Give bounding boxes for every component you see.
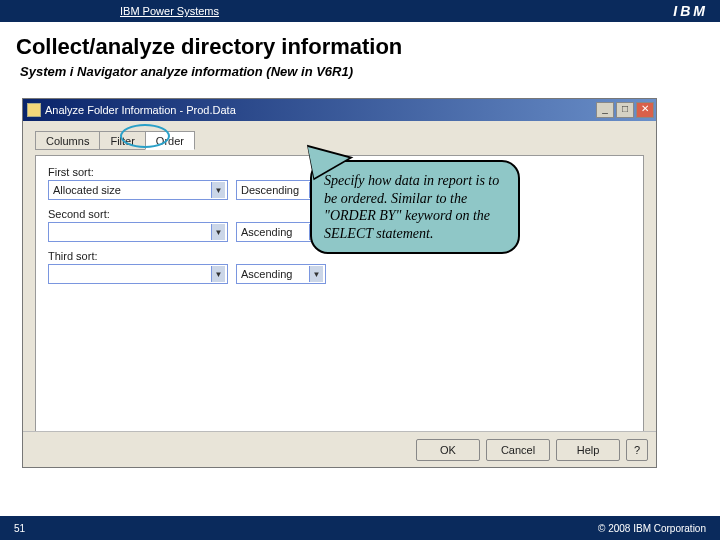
ibm-logo: IBM xyxy=(673,3,708,19)
first-sort-column-combo[interactable]: Allocated size ▼ xyxy=(48,180,228,200)
slide-title: Collect/analyze directory information xyxy=(16,34,720,60)
third-sort-direction-combo[interactable]: Ascending ▼ xyxy=(236,264,326,284)
third-sort-column-combo[interactable]: ▼ xyxy=(48,264,228,284)
copyright: © 2008 IBM Corporation xyxy=(598,523,706,534)
slide-footer: 51 © 2008 IBM Corporation xyxy=(0,516,720,540)
slide-header: IBM Power Systems IBM xyxy=(0,0,720,22)
titlebar[interactable]: Analyze Folder Information - Prod.Data _… xyxy=(23,99,656,121)
slide-subtitle: System i Navigator analyze information (… xyxy=(20,64,720,79)
maximize-button[interactable]: □ xyxy=(616,102,634,118)
first-sort-direction-value: Descending xyxy=(241,184,299,196)
first-sort-column-value: Allocated size xyxy=(53,184,121,196)
chevron-down-icon: ▼ xyxy=(211,182,225,198)
tab-filter[interactable]: Filter xyxy=(99,131,145,150)
second-sort-direction-value: Ascending xyxy=(241,226,292,238)
help-button[interactable]: Help xyxy=(556,439,620,461)
close-button[interactable]: ✕ xyxy=(636,102,654,118)
third-sort-row: Third sort: ▼ Ascending ▼ xyxy=(48,250,631,284)
chevron-down-icon: ▼ xyxy=(211,266,225,282)
folder-icon xyxy=(27,103,41,117)
third-sort-direction-value: Ascending xyxy=(241,268,292,280)
dialog-footer: OK Cancel Help ? xyxy=(23,431,656,467)
ok-button[interactable]: OK xyxy=(416,439,480,461)
context-help-button[interactable]: ? xyxy=(626,439,648,461)
chevron-down-icon: ▼ xyxy=(211,224,225,240)
tab-columns[interactable]: Columns xyxy=(35,131,100,150)
minimize-button[interactable]: _ xyxy=(596,102,614,118)
second-sort-column-combo[interactable]: ▼ xyxy=(48,222,228,242)
page-number: 51 xyxy=(14,523,25,534)
callout-bubble: Specify how data in report is to be orde… xyxy=(310,160,520,254)
callout-text: Specify how data in report is to be orde… xyxy=(324,173,499,241)
header-title: IBM Power Systems xyxy=(120,5,219,17)
chevron-down-icon: ▼ xyxy=(309,266,323,282)
tab-order[interactable]: Order xyxy=(145,131,195,150)
cancel-button[interactable]: Cancel xyxy=(486,439,550,461)
dialog-title: Analyze Folder Information - Prod.Data xyxy=(45,104,236,116)
